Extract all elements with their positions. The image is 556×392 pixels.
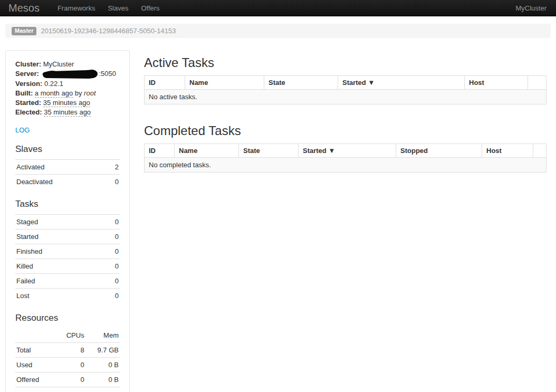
resources-stat-table: CPUs Mem Total 8 9.7 GB Used 0 0 B Offer…	[15, 328, 120, 392]
server-label: Server:	[15, 70, 39, 78]
table-row: Offered 0 0 B	[15, 372, 120, 387]
elected-info-line: Elected: 35 minutes ago	[15, 108, 120, 117]
completed-col-started-sorted[interactable]: Started ▼	[299, 144, 396, 158]
stat-label: Idle	[15, 387, 57, 392]
elected-time-value: 35 minutes ago	[44, 108, 91, 117]
resources-corner-cell	[15, 328, 57, 343]
completed-col-stopped[interactable]: Stopped	[396, 144, 482, 158]
tasks-section-heading: Tasks	[15, 199, 120, 209]
stat-value: 0	[101, 244, 120, 259]
active-tasks-empty-message: No active tasks.	[145, 90, 547, 104]
active-col-id[interactable]: ID	[145, 76, 185, 90]
stat-label: Lost	[15, 288, 101, 303]
stat-cpus-value: 8	[57, 387, 85, 392]
breadcrumb: Master 20150619-192346-1298446857-5050-1…	[5, 24, 551, 38]
completed-col-name[interactable]: Name	[175, 144, 239, 158]
completed-col-state[interactable]: State	[239, 144, 299, 158]
stat-cpus-value: 8	[57, 342, 85, 357]
version-label: Version:	[15, 80, 42, 88]
server-port: :5050	[99, 70, 116, 78]
slaves-stat-table: Activated 2 Deactivated 0	[15, 159, 120, 189]
built-user-value: root	[84, 89, 95, 97]
table-row: Started 0	[15, 229, 120, 244]
table-row: Deactivated 0	[15, 174, 120, 189]
table-row: Used 0 0 B	[15, 357, 120, 372]
started-info-line: Started: 35 minutes ago	[15, 98, 120, 108]
slaves-section-heading: Slaves	[15, 144, 120, 155]
table-row: Killed 0	[15, 259, 120, 273]
table-row: No completed tasks.	[145, 158, 547, 173]
nav-item-frameworks[interactable]: Frameworks	[51, 0, 102, 16]
stat-cpus-value: 0	[57, 372, 85, 387]
redacted-server-address-blob	[41, 70, 98, 79]
table-row: CPUs Mem	[15, 328, 120, 343]
completed-tasks-table: ID Name State Started ▼ Stopped Host No …	[144, 144, 547, 173]
table-row: Finished 0	[15, 244, 120, 259]
stat-value: 0	[106, 174, 120, 189]
built-info-line: Built: a month ago by root	[15, 89, 120, 98]
stat-label: Activated	[15, 159, 106, 174]
stat-mem-value: 9.7 GB	[85, 342, 120, 357]
version-info-line: Version: 0.22.1	[15, 79, 120, 89]
table-header-row: ID Name State Started ▼ Stopped Host	[145, 144, 547, 158]
server-info-line: Server: :5050	[15, 69, 120, 79]
stat-value: 2	[106, 159, 120, 174]
active-col-started-sorted[interactable]: Started ▼	[338, 76, 465, 90]
built-time-value: a month ago	[35, 89, 73, 98]
active-col-host[interactable]: Host	[465, 76, 528, 90]
elected-label: Elected:	[15, 108, 42, 116]
stat-mem-value: 0 B	[85, 372, 120, 387]
active-col-state[interactable]: State	[264, 76, 338, 90]
completed-tasks-empty-message: No completed tasks.	[145, 158, 547, 173]
table-row: Idle 8 9.7 GB	[15, 387, 120, 392]
active-col-blank	[528, 76, 547, 90]
main-content: Active Tasks ID Name State Started ▼ Hos…	[144, 38, 547, 392]
table-row: Total 8 9.7 GB	[15, 342, 120, 357]
navbar-menu: Frameworks Slaves Offers	[51, 0, 166, 16]
started-time-value: 35 minutes ago	[43, 99, 90, 107]
completed-col-id[interactable]: ID	[145, 144, 175, 158]
completed-col-host[interactable]: Host	[482, 144, 533, 158]
table-row: Activated 2	[15, 159, 120, 174]
table-row: Lost 0	[15, 288, 120, 303]
built-by-text: by	[75, 89, 82, 97]
resources-section-heading: Resources	[15, 313, 120, 323]
stat-label: Killed	[15, 259, 101, 273]
stat-label: Failed	[15, 273, 101, 288]
completed-col-blank	[533, 144, 547, 158]
cluster-value: MyCluster	[43, 60, 74, 68]
stat-value: 0	[101, 273, 120, 288]
stat-label: Deactivated	[15, 174, 106, 189]
stat-value: 0	[101, 229, 120, 244]
version-value: 0.22.1	[44, 80, 63, 88]
active-tasks-title: Active Tasks	[144, 56, 547, 70]
stat-value: 0	[101, 259, 120, 273]
stat-value: 0	[101, 214, 120, 229]
nav-item-offers[interactable]: Offers	[135, 0, 166, 16]
cluster-name-label: MyCluster	[515, 4, 556, 12]
stat-label: Offered	[15, 372, 57, 387]
cluster-info-line: Cluster: MyCluster	[15, 60, 120, 69]
stat-label: Finished	[15, 244, 101, 259]
stat-label: Started	[15, 229, 101, 244]
table-header-row: ID Name State Started ▼ Host	[145, 76, 547, 90]
stat-cpus-value: 0	[57, 357, 85, 372]
tasks-stat-table: Staged 0 Started 0 Finished 0 Killed 0 F…	[15, 214, 120, 303]
master-badge: Master	[12, 27, 36, 35]
active-col-name[interactable]: Name	[185, 76, 264, 90]
stat-label: Used	[15, 357, 57, 372]
master-id-text: 20150619-192346-1298446857-5050-14153	[41, 27, 176, 35]
stat-value: 0	[101, 288, 120, 303]
active-tasks-table: ID Name State Started ▼ Host No active t…	[144, 75, 547, 104]
table-row: Failed 0	[15, 273, 120, 288]
built-label: Built:	[15, 89, 33, 97]
nav-item-slaves[interactable]: Slaves	[101, 0, 135, 16]
mesos-brand-link[interactable]: Mesos	[8, 2, 40, 14]
top-navbar: Mesos Frameworks Slaves Offers MyCluster	[0, 0, 556, 16]
resources-cpus-header: CPUs	[57, 328, 85, 343]
stat-label: Total	[15, 342, 57, 357]
log-link[interactable]: LOG	[15, 126, 30, 134]
stat-mem-value: 9.7 GB	[85, 387, 120, 392]
resources-mem-header: Mem	[85, 328, 120, 343]
stat-label: Staged	[15, 214, 101, 229]
